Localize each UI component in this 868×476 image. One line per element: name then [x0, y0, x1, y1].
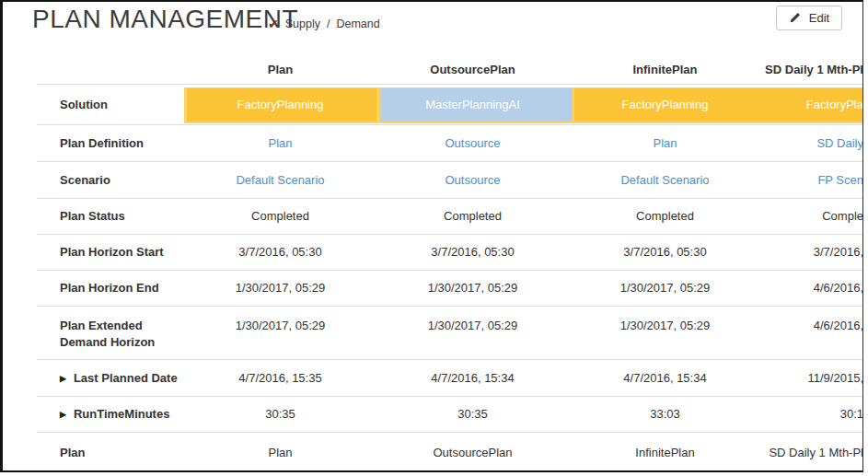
row-label-solution: Solution [37, 97, 184, 113]
plan-comparison-table: Plan OutsourcePlan InfinitePlan SD Daily… [37, 55, 863, 472]
horizon-end-value-3: 1/30/2017, 05:29 [569, 280, 761, 296]
plan-name-value-3: InfinitePlan [569, 445, 761, 461]
scenario-link-2[interactable]: Outsource [376, 172, 569, 189]
pencil-icon [789, 12, 801, 24]
row-label-scenario: Scenario [37, 172, 184, 189]
horizon-start-value-1: 3/7/2016, 05:30 [184, 244, 376, 261]
row-label-plan-status: Plan Status [37, 208, 184, 225]
solution-value-plan: FactoryPlanning [184, 97, 376, 113]
plan-status-value-2: Completed [376, 208, 569, 225]
column-header-plan: Plan [184, 62, 376, 78]
scenario-link-3[interactable]: Default Scenario [569, 172, 761, 189]
horizon-start-value-2: 3/7/2016, 05:30 [376, 244, 569, 261]
runtime-value-3: 33:03 [569, 406, 761, 423]
table-row-extended-demand-horizon: Plan Extended Demand Horizon 1/30/2017, … [37, 306, 863, 359]
expand-triangle-icon: ▶ [60, 410, 66, 419]
solution-value-outsourceplan: MasterPlanningAI [376, 97, 569, 113]
solution-value-infiniteplan: FactoryPlanning [569, 97, 761, 113]
table-row-scenario: Scenario Default Scenario Outsource Defa… [37, 161, 863, 198]
page-title: PLAN MANAGEMENT [32, 5, 298, 34]
table-row-plan-horizon-start: Plan Horizon Start 3/7/2016, 05:30 3/7/2… [37, 234, 863, 270]
plan-name-value-4: SD Daily 1 Mth-Pl [761, 445, 863, 461]
column-header-row: Plan OutsourcePlan InfinitePlan SD Daily… [37, 55, 863, 84]
expand-triangle-icon: ▶ [60, 374, 66, 383]
runtime-value-4: 30:1 [761, 406, 863, 423]
row-label-runtime-minutes: RunTimeMinutes [74, 407, 170, 421]
horizon-end-value-1: 1/30/2017, 05:29 [184, 280, 376, 296]
check-icon: ✔ [268, 17, 279, 30]
extended-horizon-value-1: 1/30/2017, 05:29 [184, 307, 376, 334]
table-row-runtime-minutes: ▶RunTimeMinutes 30:35 30:35 33:03 30:1 [37, 396, 863, 432]
column-header-sd-daily: SD Daily 1 Mth-Pl [761, 62, 863, 78]
runtime-value-1: 30:35 [184, 406, 376, 423]
horizon-start-value-3: 3/7/2016, 05:30 [569, 244, 761, 261]
plan-management-window: PLAN MANAGEMENT ✔ Supply / Demand Edit P… [0, 0, 863, 472]
extended-horizon-value-2: 1/30/2017, 05:29 [376, 307, 569, 334]
last-planned-value-1: 4/7/2016, 15:35 [184, 370, 376, 387]
row-label-plan-definition: Plan Definition [37, 135, 184, 152]
column-header-outsourceplan: OutsourcePlan [376, 62, 569, 78]
row-label-plan: Plan [37, 445, 184, 461]
expander-last-planned-date[interactable]: ▶Last Planned Date [37, 370, 184, 387]
scenario-link-4[interactable]: FP Scen [761, 172, 863, 189]
breadcrumb-supply: Supply [285, 17, 320, 30]
plan-definition-link-3[interactable]: Plan [569, 135, 761, 152]
solution-value-sd-daily: FactoryPla [761, 97, 863, 113]
plan-name-value-2: OutsourcePlan [376, 445, 569, 461]
plan-status-value-1: Completed [184, 208, 376, 225]
breadcrumb-demand: Demand [336, 17, 379, 30]
row-label-last-planned-date: Last Planned Date [74, 371, 178, 385]
expander-runtime-minutes[interactable]: ▶RunTimeMinutes [37, 406, 184, 423]
breadcrumb: ✔ Supply / Demand [268, 17, 380, 30]
table-row-solution: Solution FactoryPlanning MasterPlanningA… [37, 84, 863, 124]
row-label-plan-horizon-end: Plan Horizon End [37, 280, 184, 296]
horizon-end-value-4: 4/6/2016, [761, 280, 863, 296]
column-header-infiniteplan: InfinitePlan [569, 62, 761, 78]
table-row-plan-definition: Plan Definition Plan Outsource Plan SD D… [37, 124, 863, 161]
last-planned-value-2: 4/7/2016, 15:34 [376, 370, 569, 387]
row-label-plan-horizon-start: Plan Horizon Start [37, 244, 184, 261]
horizon-start-value-4: 3/7/2016, [761, 244, 863, 261]
extended-horizon-value-4: 4/6/2016, [761, 307, 863, 334]
plan-definition-link-2[interactable]: Outsource [376, 135, 569, 152]
last-planned-value-4: 11/9/2015, [761, 370, 863, 387]
breadcrumb-separator: / [327, 17, 330, 30]
plan-definition-link-1[interactable]: Plan [184, 135, 376, 152]
table-row-last-planned-date: ▶Last Planned Date 4/7/2016, 15:35 4/7/2… [37, 359, 863, 396]
runtime-value-2: 30:35 [376, 406, 569, 423]
edit-button[interactable]: Edit [776, 6, 842, 30]
edit-button-label: Edit [809, 11, 829, 25]
table-row-plan-name: Plan Plan OutsourcePlan InfinitePlan SD … [37, 432, 863, 472]
plan-status-value-3: Completed [569, 208, 761, 225]
horizon-end-value-2: 1/30/2017, 05:29 [376, 280, 569, 296]
table-row-plan-status: Plan Status Completed Completed Complete… [37, 198, 863, 234]
table-row-plan-horizon-end: Plan Horizon End 1/30/2017, 05:29 1/30/2… [37, 270, 863, 306]
plan-status-value-4: Comple [761, 208, 863, 225]
plan-name-value-1: Plan [184, 445, 376, 461]
plan-definition-link-4[interactable]: SD Daily [761, 135, 863, 152]
last-planned-value-3: 4/7/2016, 15:34 [569, 370, 761, 387]
row-label-extended-demand-horizon: Plan Extended Demand Horizon [37, 307, 184, 350]
scenario-link-1[interactable]: Default Scenario [184, 172, 376, 189]
extended-horizon-value-3: 1/30/2017, 05:29 [569, 307, 761, 334]
